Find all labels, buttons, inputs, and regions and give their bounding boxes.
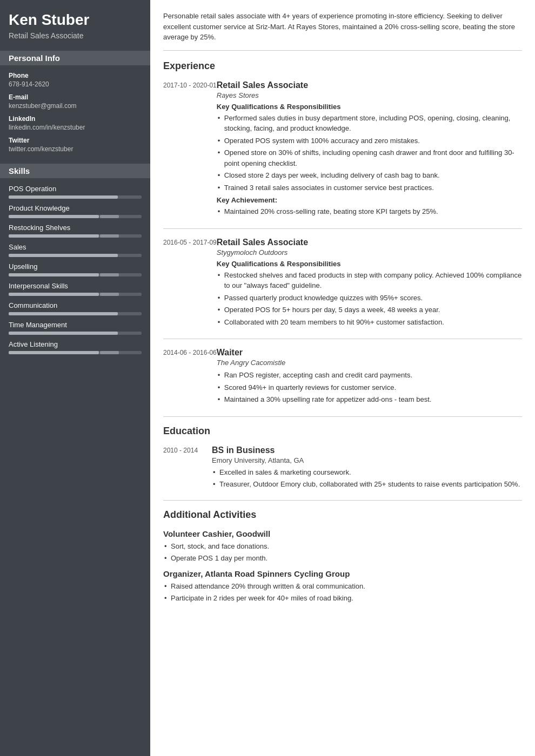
personal-info-section-title: Personal Info xyxy=(0,51,150,65)
skill-bar-accent xyxy=(100,234,118,238)
list-item: Scored 94%+ in quarterly reviews for cus… xyxy=(217,382,522,393)
skills-section-title: Skills xyxy=(0,164,150,178)
entry-company: The Angry Cacomistle xyxy=(217,359,522,367)
qualifications-list: Ran POS register, accepting cash and cre… xyxy=(217,370,522,405)
list-item: Operated POS for 5+ hours per day, 5 day… xyxy=(217,305,522,315)
achievement-label: Key Achievement: xyxy=(217,196,522,204)
skill-bar-fill xyxy=(9,254,118,257)
entry-job-title: Retail Sales Associate xyxy=(217,238,522,247)
skill-bar-accent xyxy=(100,293,118,296)
skill-bar xyxy=(9,312,142,315)
activities-section: Additional Activities Volunteer Cashier,… xyxy=(163,509,522,604)
contact-value: linkedin.com/in/kenzstuber xyxy=(9,124,142,131)
contact-label: Twitter xyxy=(9,137,142,144)
skill-bar xyxy=(9,332,142,335)
entry-content: WaiterThe Angry CacomistleRan POS regist… xyxy=(217,348,522,407)
list-item: Opened store on 30% of shifts, including… xyxy=(217,147,522,168)
list-item: Restocked shelves and faced products in … xyxy=(217,270,522,291)
list-item: Raised attendance 20% through written & … xyxy=(163,581,522,592)
list-item: Operate POS 1 day per month. xyxy=(163,553,522,564)
entry-date: 2014-06 - 2016-06 xyxy=(163,348,217,407)
edu-bullets: Excelled in sales & marketing coursework… xyxy=(212,467,522,490)
education-list: 2010 - 2014BS in BusinessEmory Universit… xyxy=(163,446,522,491)
list-item: Participate in 2 rides per week for 40+ … xyxy=(163,593,522,604)
skill-bar-fill xyxy=(9,273,99,276)
entry-company: Stygymoloch Outdoors xyxy=(217,248,522,256)
exp-divider xyxy=(163,339,522,339)
entry-date: 2017-10 - 2020-01 xyxy=(163,80,217,219)
entry-content: Retail Sales AssociateStygymoloch Outdoo… xyxy=(217,238,522,329)
experience-section-title: Experience xyxy=(163,60,522,74)
qualifications-label: Key Qualifications & Responsibilities xyxy=(217,260,522,268)
skill-name: Active Listening xyxy=(9,340,142,348)
education-entry: 2010 - 2014BS in BusinessEmory Universit… xyxy=(163,446,522,491)
contact-value: kenzstuber@gmail.com xyxy=(9,102,142,110)
skill-name: Communication xyxy=(9,301,142,309)
skill-name: Time Management xyxy=(9,321,142,329)
skill-bar xyxy=(9,215,142,218)
contact-value: twitter.com/kenzstuber xyxy=(9,145,142,153)
candidate-title: Retail Sales Associate xyxy=(9,31,142,40)
sidebar: Ken Stuber Retail Sales Associate Person… xyxy=(0,0,150,756)
edu-content: BS in BusinessEmory University, Atlanta,… xyxy=(212,446,522,491)
edu-degree: BS in Business xyxy=(212,446,522,455)
list-item: Excelled in sales & marketing coursework… xyxy=(212,467,522,478)
experience-section: Experience 2017-10 - 2020-01Retail Sales… xyxy=(163,60,522,407)
activity-list: Raised attendance 20% through written & … xyxy=(163,581,522,604)
entry-job-title: Waiter xyxy=(217,348,522,357)
list-item: Ran POS register, accepting cash and cre… xyxy=(217,370,522,381)
qualifications-list: Restocked shelves and faced products in … xyxy=(217,270,522,328)
edu-school: Emory University, Atlanta, GA xyxy=(212,456,522,464)
experience-entry: 2014-06 - 2016-06WaiterThe Angry Cacomis… xyxy=(163,348,522,407)
education-section: Education 2010 - 2014BS in BusinessEmory… xyxy=(163,426,522,491)
list-item: Sort, stock, and face donations. xyxy=(163,541,522,552)
activity-title: Organizer, Atlanta Road Spinners Cycling… xyxy=(163,569,522,578)
skill-bar-fill xyxy=(9,195,118,199)
skill-bar-fill xyxy=(9,234,99,238)
contact-list: Phone678-914-2620E-mailkenzstuber@gmail.… xyxy=(9,72,142,153)
entry-company: Rayes Stores xyxy=(217,91,522,99)
entry-content: Retail Sales AssociateRayes StoresKey Qu… xyxy=(217,80,522,219)
list-item: Maintained 20% cross-selling rate, beati… xyxy=(217,206,522,217)
skill-bar-fill xyxy=(9,293,99,296)
skill-name: Restocking Shelves xyxy=(9,224,142,232)
skill-bar-fill xyxy=(9,312,118,315)
skill-bar xyxy=(9,195,142,199)
contact-label: E-mail xyxy=(9,93,142,101)
activities-section-title: Additional Activities xyxy=(163,509,522,523)
skill-bar xyxy=(9,234,142,238)
list-item: Collaborated with 20 team members to hit… xyxy=(217,317,522,328)
skill-bar xyxy=(9,351,142,354)
qualifications-list: Performed sales duties in busy departmen… xyxy=(217,113,522,193)
activity-title: Volunteer Cashier, Goodwill xyxy=(163,529,522,538)
skill-name: Upselling xyxy=(9,262,142,271)
main-content: Personable retail sales associate with 4… xyxy=(150,0,535,756)
edu-date: 2010 - 2014 xyxy=(163,446,212,491)
achievements-list: Maintained 20% cross-selling rate, beati… xyxy=(217,206,522,217)
list-item: Treasurer, Outdoor Emory club, collabora… xyxy=(212,479,522,490)
skill-bar-fill xyxy=(9,332,118,335)
activities-list: Volunteer Cashier, GoodwillSort, stock, … xyxy=(163,529,522,604)
contact-value: 678-914-2620 xyxy=(9,80,142,88)
skill-name: Product Knowledge xyxy=(9,204,142,212)
skills-section: Skills POS OperationProduct KnowledgeRes… xyxy=(9,164,142,354)
skill-bar-accent xyxy=(100,273,118,276)
list-item: Trained 3 retail sales associates in cus… xyxy=(217,183,522,193)
skill-bar-accent xyxy=(100,215,118,218)
experience-entry: 2016-05 - 2017-09Retail Sales AssociateS… xyxy=(163,238,522,329)
skill-bar-fill xyxy=(9,215,99,218)
skills-list: POS OperationProduct KnowledgeRestocking… xyxy=(9,185,142,354)
contact-label: LinkedIn xyxy=(9,115,142,123)
exp-divider xyxy=(163,228,522,229)
skill-name: POS Operation xyxy=(9,185,142,193)
contact-label: Phone xyxy=(9,72,142,79)
activity-list: Sort, stock, and face donations.Operate … xyxy=(163,541,522,564)
experience-list: 2017-10 - 2020-01Retail Sales AssociateR… xyxy=(163,80,522,407)
experience-entry: 2017-10 - 2020-01Retail Sales AssociateR… xyxy=(163,80,522,219)
skill-name: Sales xyxy=(9,243,142,251)
education-section-title: Education xyxy=(163,426,522,439)
skill-name: Interpersonal Skills xyxy=(9,282,142,290)
skill-bar xyxy=(9,293,142,296)
edu-divider xyxy=(163,416,522,417)
list-item: Maintained a 30% upselling rate for appe… xyxy=(217,394,522,405)
